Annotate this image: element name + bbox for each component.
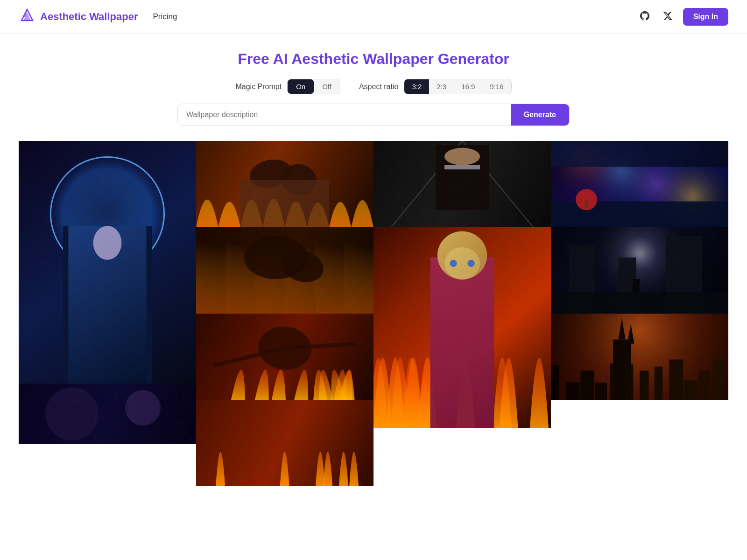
aspect-ratio-group: Aspect ratio 3:2 2:3 16:9 9:16 (359, 79, 512, 94)
gallery-item-1[interactable] (19, 141, 196, 384)
logo-icon (19, 7, 35, 26)
pricing-link[interactable]: Pricing (153, 12, 177, 21)
prompt-container: Generate (177, 104, 570, 126)
logo-link[interactable]: Aesthetic Wallpaper (19, 7, 138, 26)
gallery-item-11[interactable] (19, 384, 196, 444)
gallery-item-10[interactable] (196, 400, 374, 486)
gallery-item-4[interactable] (551, 141, 728, 227)
gallery (0, 141, 747, 486)
aspect-options: 3:2 2:3 16:9 9:16 (404, 79, 511, 94)
gallery-col-4 (551, 141, 728, 486)
gallery-image-2 (196, 141, 374, 227)
aspect-ratio-label: Aspect ratio (359, 83, 398, 91)
gallery-col-2 (196, 141, 374, 486)
gallery-item-6[interactable] (374, 227, 551, 428)
gallery-image-7 (551, 227, 728, 314)
gallery-col-1 (19, 141, 196, 486)
gallery-item-3[interactable] (374, 141, 551, 227)
navbar: Aesthetic Wallpaper Pricing Sign In (0, 0, 747, 34)
gallery-item-9[interactable] (551, 314, 728, 400)
prompt-input[interactable] (178, 104, 511, 126)
aspect-3-2-button[interactable]: 3:2 (404, 79, 429, 94)
gallery-image-5 (196, 227, 374, 314)
gallery-item-8[interactable] (196, 314, 374, 400)
gallery-image-3 (374, 141, 551, 227)
gallery-image-11 (19, 384, 196, 444)
aspect-2-3-button[interactable]: 2:3 (429, 79, 454, 94)
magic-prompt-group: Magic Prompt On Off (235, 79, 340, 94)
twitter-icon (662, 11, 673, 22)
gallery-image-6 (374, 227, 551, 428)
gallery-item-5[interactable] (196, 227, 374, 314)
nav-left: Aesthetic Wallpaper Pricing (19, 7, 177, 26)
sign-in-button[interactable]: Sign In (683, 8, 728, 26)
toggle-group: On Off (287, 79, 340, 94)
magic-prompt-label: Magic Prompt (235, 83, 282, 91)
github-icon (639, 10, 650, 23)
aspect-16-9-button[interactable]: 16:9 (454, 79, 482, 94)
gallery-item-2[interactable] (196, 141, 374, 227)
hero-title: Free AI Aesthetic Wallpaper Generator (9, 50, 738, 68)
toggle-on-button[interactable]: On (288, 79, 314, 94)
aspect-9-16-button[interactable]: 9:16 (482, 79, 511, 94)
github-button[interactable] (637, 8, 652, 25)
nav-right: Sign In (637, 8, 728, 26)
gallery-image-1 (19, 141, 196, 384)
controls-bar: Magic Prompt On Off Aspect ratio 3:2 2:3… (0, 79, 747, 104)
gallery-item-7[interactable] (551, 227, 728, 314)
generate-button[interactable]: Generate (511, 104, 569, 126)
hero-section: Free AI Aesthetic Wallpaper Generator (0, 34, 747, 79)
gallery-col-3 (374, 141, 551, 486)
toggle-off-button[interactable]: Off (314, 79, 340, 94)
prompt-area: Generate (0, 104, 747, 141)
twitter-button[interactable] (661, 9, 675, 24)
gallery-image-4 (551, 141, 728, 227)
gallery-image-10 (196, 400, 374, 486)
gallery-image-8 (196, 314, 374, 400)
gallery-image-9 (551, 314, 728, 400)
logo-text: Aesthetic Wallpaper (40, 11, 138, 23)
